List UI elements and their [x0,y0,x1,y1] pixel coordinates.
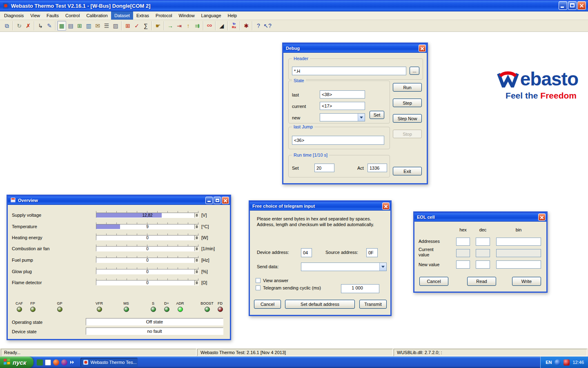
chevron-down-icon[interactable] [358,114,365,121]
telegram-dialog-titlebar[interactable]: Free choice of telegram input [250,202,390,211]
header-browse-button[interactable]: ... [410,67,419,75]
menu-control[interactable]: Control [62,11,83,20]
dataset-list-icon[interactable]: ▤ [66,21,75,31]
tx-rx-icon[interactable]: Tr Rx [229,21,238,31]
close-icon[interactable] [222,197,229,204]
close-icon[interactable] [538,213,546,221]
overview-titlebar[interactable]: Overview [8,196,230,205]
quick-launch-icon-1[interactable] [37,359,43,366]
tray-icon-update[interactable] [555,359,561,366]
quick-launch-icon-2[interactable] [45,359,51,366]
menu-dataset[interactable]: Dataset [111,11,133,20]
header-field[interactable] [292,67,406,75]
close-icon[interactable] [577,1,586,10]
gauge-spinner[interactable] [194,213,198,218]
run-arrow-icon[interactable]: → [166,21,175,31]
menu-view[interactable]: View [27,11,43,20]
runtime-set-field[interactable] [314,164,334,172]
new-value-bin-field[interactable] [496,260,541,269]
menu-faults[interactable]: Faults [43,11,62,20]
new-value-hex-field[interactable] [456,260,470,269]
step-up-icon[interactable]: ↑ [184,21,193,31]
last-jump-field[interactable] [292,136,384,145]
snap-arrow-icon[interactable]: ↳ [36,21,45,31]
language-indicator[interactable]: EN [546,360,552,365]
co2-icon[interactable]: CO [205,21,214,31]
send-data-combobox[interactable] [301,263,387,271]
close-icon[interactable] [419,45,426,52]
tray-icon-device[interactable] [564,359,570,366]
taskbar-task-webasto[interactable]: Webasto Thermo Tes... [80,358,138,367]
dataset-grid-icon[interactable]: ▦ [57,21,66,31]
hand-icon[interactable]: ☛ [154,21,163,31]
view-answer-checkbox[interactable] [256,278,261,283]
menu-diagnosis[interactable]: Diagnosis [1,11,27,20]
transmit-button[interactable]: Transmit [359,300,387,309]
gauge-spinner[interactable] [194,224,198,229]
read-button[interactable]: Read [467,277,496,286]
brush-icon[interactable]: ◢ [217,21,226,31]
multi-arrow-icon[interactable]: ⇉ [193,21,202,31]
menu-language[interactable]: Language [198,11,225,20]
step-button[interactable]: Step [393,99,422,107]
gauge-spinner[interactable] [194,236,198,240]
tools-icon[interactable]: ✱ [242,21,251,31]
device-address-field[interactable] [301,248,312,257]
maximize-icon[interactable] [568,1,577,10]
debug-dialog-titlebar[interactable]: Debug [283,44,427,53]
export-protocol-icon[interactable]: ⧉ [2,21,11,31]
text-list-icon[interactable]: ☰ [102,21,111,31]
calibration-grid-icon[interactable]: ⊞ [75,21,84,31]
exit-button[interactable]: Exit [393,167,422,175]
help-icon[interactable]: ? [254,21,263,31]
ink-pen-icon[interactable]: ✎ [45,21,54,31]
sum-icon[interactable]: ∑ [141,21,150,31]
eol-dialog-titlebar[interactable]: EOL cell [414,213,546,222]
chevron-right-icon[interactable] [70,361,74,364]
write-button[interactable]: Write [512,277,541,286]
run-button[interactable]: Run [393,83,422,92]
cancel-button[interactable]: Cancel [419,277,448,286]
start-button[interactable]: пуск [0,357,33,368]
report-grid-icon[interactable]: ▨ [111,21,120,31]
gauge-spinner[interactable] [194,258,198,263]
addresses-dec-field[interactable] [476,238,490,246]
menu-help[interactable]: Help [225,11,241,20]
check-list-icon[interactable]: ✓ [132,21,141,31]
step-now-button[interactable]: Step Now [393,114,422,123]
minimize-icon[interactable] [559,1,567,10]
cyclic-interval-field[interactable]: 1 000 [341,284,379,293]
gauge-spinner[interactable] [194,247,198,251]
new-value-dec-field[interactable] [476,260,490,269]
add-cell-icon[interactable]: ⊞ [123,21,132,31]
cyclic-checkbox[interactable] [256,285,261,290]
menu-window[interactable]: Window [175,11,198,20]
quick-launch-icon-4[interactable] [61,359,67,366]
new-state-combobox[interactable] [320,113,365,121]
stop-arrow-icon[interactable]: ⇥ [175,21,184,31]
taskbar-clock[interactable]: 12:46 [572,360,584,365]
delete-faults-icon[interactable]: ✗ [24,21,33,31]
menu-calibration[interactable]: Calibration [83,11,111,20]
runtime-act-field[interactable] [368,164,387,172]
cancel-button[interactable]: Cancel [254,300,281,309]
gauge-spinner[interactable] [194,280,198,285]
context-help-icon[interactable]: ↖? [263,21,272,31]
set-default-address-button[interactable]: Set default address [285,300,355,309]
minimize-icon[interactable] [205,197,213,204]
last-state-field[interactable] [320,90,365,99]
restore-icon[interactable] [214,197,221,204]
chart-columns-icon[interactable]: ▥ [84,21,93,31]
source-address-field[interactable] [366,248,378,257]
refresh-icon[interactable]: ↻ [15,21,24,31]
send-mail-icon[interactable]: ✉ [93,21,102,31]
quick-launch-icon-3[interactable] [53,359,59,366]
addresses-bin-field[interactable] [496,238,541,246]
menu-extras[interactable]: Extras [133,11,152,20]
close-icon[interactable] [382,202,390,210]
gauge-spinner[interactable] [194,269,198,274]
chevron-down-icon[interactable] [379,263,386,271]
addresses-hex-field[interactable] [456,238,470,246]
menu-protocol[interactable]: Protocol [152,11,175,20]
set-state-button[interactable]: Set [370,111,384,119]
